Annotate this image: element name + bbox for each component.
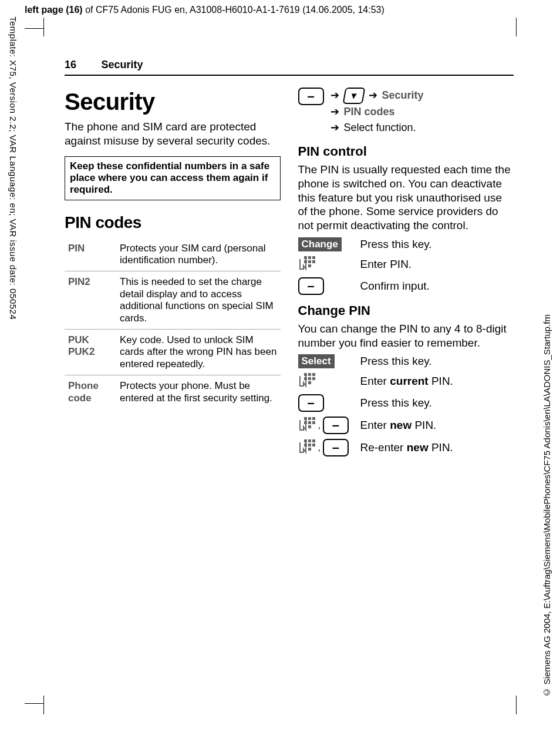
softkey-icon: – [323,417,349,434]
page-content: 16 Security Security The phone and SIM c… [65,59,514,461]
code-term: PIN2 [65,271,116,330]
table-row: PIN Protects your SIM card (personal ide… [65,238,281,271]
t: current [390,375,428,387]
top-header-bold: left page (16) [25,5,83,15]
nav-step-security: Security [382,89,424,101]
code-term: PUK PUK2 [65,330,116,375]
arrow-icon: ➔ [369,88,377,103]
nav-step-select: Select function. [344,122,416,133]
code-def: Protects your phone. Must be entered at … [116,375,281,409]
page-title: Security [65,89,281,115]
keypad-icon [298,439,316,456]
change-softkey: Change [298,237,342,251]
crop-mark [43,696,44,714]
arrow-icon: ➔ [330,120,339,136]
svg-rect-9 [312,373,315,376]
crop-mark [25,703,43,704]
svg-rect-21 [304,439,307,442]
code-def: Protects your SIM card (personal identif… [116,238,281,271]
code-term: Phone code [65,375,116,409]
svg-rect-5 [312,260,315,263]
svg-rect-15 [308,417,311,420]
code-term: PIN [65,238,116,271]
softkey-icon: – [298,277,324,295]
crop-mark [25,28,43,29]
pin-codes-table: PIN Protects your SIM card (personal ide… [65,238,281,409]
softkey-icon: – [298,394,324,412]
table-row: Phone code Protects your phone. Must be … [65,375,281,409]
pin-codes-heading: PIN codes [65,213,281,232]
code-def: Key code. Used to unlock SIM cards after… [116,330,281,375]
svg-rect-13 [308,381,311,384]
svg-rect-7 [304,373,307,376]
svg-rect-6 [308,264,311,267]
step-text: Press this key. [360,355,432,368]
menu-icon: ▾ [342,88,365,104]
svg-rect-1 [308,256,311,259]
right-column: – ➔ ▾ ➔ Security ➔ PIN codes ➔ Select fu… [298,88,514,461]
running-head: 16 Security [65,59,514,76]
keypad-icon [298,417,316,434]
crop-mark [43,18,44,36]
pin-control-heading: PIN control [298,144,514,159]
crop-mark [516,18,517,36]
svg-rect-4 [308,260,311,263]
keypad-icon [298,373,316,389]
section-name: Security [101,59,143,70]
top-header-rest: of CF75 Adonis FUG en, A31008-H6010-A1-1… [83,5,384,15]
svg-rect-0 [304,256,307,259]
step-row: , – Enter new PIN. [298,417,514,434]
svg-rect-19 [312,421,315,424]
change-pin-heading: Change PIN [298,303,514,318]
note-box: Keep these confidential numbers in a saf… [65,156,281,200]
step-text: Enter new PIN. [360,419,437,432]
svg-rect-8 [308,373,311,376]
right-margin-note: © Siemens AG 2004, E:\Auftrag\Siemens\Mo… [542,314,552,697]
svg-rect-23 [312,439,315,442]
t: Re-enter [360,441,407,454]
t: new [390,419,411,431]
step-text: Confirm input. [360,280,430,293]
step-text: Press this key. [360,397,432,409]
svg-rect-26 [312,444,315,446]
step-row: , – Re-enter new PIN. [298,439,514,456]
t: new [407,441,429,454]
keypad-icon [298,256,316,273]
crop-mark [516,696,517,714]
step-row: Select Press this key. [298,354,514,368]
t: PIN. [429,375,453,387]
step-row: Enter current PIN. [298,373,514,389]
nav-path: – ➔ ▾ ➔ Security ➔ PIN codes ➔ Select fu… [298,88,514,136]
change-pin-body: You can change the PIN to any 4 to 8-dig… [298,322,514,350]
softkey-icon: – [323,439,349,456]
t: PIN. [411,419,436,431]
arrow-icon: ➔ [330,104,339,120]
step-text: Enter current PIN. [360,375,453,388]
step-text: Press this key. [360,238,432,251]
svg-rect-2 [312,256,315,259]
t: Enter [360,375,390,387]
t: PIN. [429,441,453,454]
page-number: 16 [65,59,76,70]
svg-rect-14 [304,417,307,420]
svg-rect-12 [312,377,315,380]
comma: , [318,442,321,453]
code-def: This is needed to set the charge detail … [116,271,281,330]
step-row: – Confirm input. [298,277,514,295]
intro-paragraph: The phone and SIM card are protected aga… [65,120,281,148]
table-row: PUK PUK2 Key code. Used to unlock SIM ca… [65,330,281,375]
top-header: left page (16) of CF75 Adonis FUG en, A3… [25,5,384,15]
svg-rect-11 [308,377,311,380]
step-row: Enter PIN. [298,256,514,273]
step-row: – Press this key. [298,394,514,412]
table-row: PIN2 This is needed to set the charge de… [65,271,281,330]
svg-rect-22 [308,439,311,442]
svg-rect-16 [312,417,315,420]
svg-rect-18 [308,421,311,424]
pin-control-body: The PIN is usually requested each time t… [298,163,514,233]
step-text: Enter PIN. [360,258,412,271]
arrow-icon: ➔ [330,88,339,103]
svg-rect-27 [308,448,311,451]
step-row: Change Press this key. [298,237,514,251]
left-column: Security The phone and SIM card are prot… [65,88,281,461]
